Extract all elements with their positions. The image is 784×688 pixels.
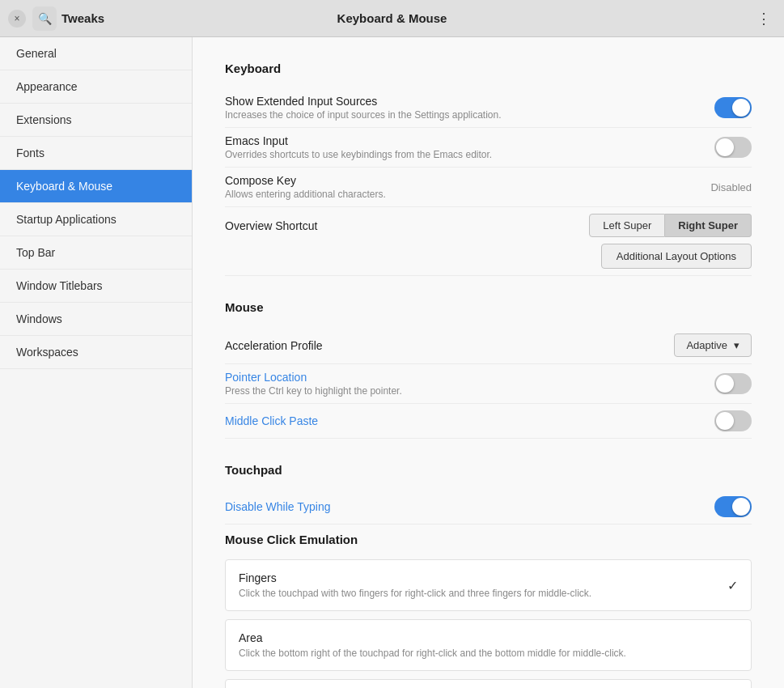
close-button[interactable]: × [8,10,26,28]
titlebar: × 🔍 Tweaks Keyboard & Mouse ⋮ [0,0,784,37]
sidebar-item-keyboard-mouse[interactable]: Keyboard & Mouse [0,170,192,203]
touchpad-section-title: Touchpad [225,463,752,477]
mouse-click-section-title: Mouse Click Emulation [225,533,752,546]
compose-key-status: Disabled [710,181,752,193]
acceleration-arrow: ▾ [734,339,740,351]
window-title: Keyboard & Mouse [337,11,447,25]
overview-shortcut-top: Overview Shortcut Left Super Right Super [225,214,752,237]
show-extended-text: Show Extended Input Sources [225,95,502,108]
disable-typing-label: Disable While Typing [225,500,330,513]
emulation-area[interactable]: Area Click the bottom right of the touch… [225,619,752,671]
fingers-title: Fingers [239,571,738,584]
middle-click-label: Middle Click Paste [225,414,318,427]
overview-shortcut-bottom: Additional Layout Options [225,244,752,269]
divider-2 [225,439,752,455]
search-button[interactable]: 🔍 [32,6,57,31]
disable-typing-knob [732,498,750,516]
emacs-input-toggle[interactable] [714,137,752,158]
sidebar-item-windows[interactable]: Windows [0,303,192,336]
compose-key-text: Compose Key [225,174,386,187]
sidebar-item-extensions[interactable]: Extensions [0,104,192,137]
acceleration-label: Acceleration Profile [225,339,323,352]
mouse-section-title: Mouse [225,300,752,314]
disable-typing-toggle[interactable] [714,496,752,517]
pointer-location-row: Pointer Location Press the Ctrl key to h… [225,364,752,404]
show-extended-label: Show Extended Input Sources Increases th… [225,95,502,121]
compose-key-label: Compose Key Allows entering additional c… [225,174,386,200]
compose-key-row: Compose Key Allows entering additional c… [225,168,752,207]
overview-shortcut-label: Overview Shortcut [225,219,317,232]
keyboard-section-title: Keyboard [225,62,752,75]
middle-click-row: Middle Click Paste [225,404,752,439]
sidebar-item-workspaces[interactable]: Workspaces [0,336,192,369]
disable-typing-row: Disable While Typing [225,490,752,524]
fingers-check: ✓ [727,578,738,593]
pointer-location-knob [716,375,734,393]
emacs-input-sub: Overrides shortcuts to use keybindings f… [225,149,492,160]
content-area: Keyboard Show Extended Input Sources Inc… [193,37,784,688]
divider-1 [225,276,752,292]
show-extended-knob [732,99,750,117]
middle-click-toggle[interactable] [714,410,752,431]
sidebar-item-top-bar[interactable]: Top Bar [0,236,192,270]
emulation-disabled[interactable]: Disabled Don't use mouse click emulation… [225,679,752,688]
right-super-button[interactable]: Right Super [665,214,752,237]
area-sub: Click the bottom right of the touchpad f… [239,648,738,659]
fingers-sub: Click the touchpad with two fingers for … [239,588,738,599]
search-icon: 🔍 [38,12,52,25]
emacs-input-row: Emacs Input Overrides shortcuts to use k… [225,128,752,168]
sidebar-item-fonts[interactable]: Fonts [0,137,192,170]
additional-layout-button[interactable]: Additional Layout Options [601,244,752,269]
menu-button[interactable]: ⋮ [752,6,776,31]
show-extended-row: Show Extended Input Sources Increases th… [225,88,752,128]
pointer-location-toggle[interactable] [714,373,752,394]
app-name: Tweaks [61,11,104,25]
compose-key-sub: Allows entering additional characters. [225,189,386,200]
middle-click-knob [716,412,734,430]
sidebar: General Appearance Extensions Fonts Keyb… [0,37,193,688]
show-extended-toggle[interactable] [714,97,752,118]
acceleration-dropdown[interactable]: Adaptive ▾ [674,333,752,357]
area-title: Area [239,631,738,644]
show-extended-sub: Increases the choice of input sources in… [225,109,502,121]
left-super-button[interactable]: Left Super [589,214,665,237]
emacs-input-knob [716,138,734,156]
pointer-location-label: Pointer Location Press the Ctrl key to h… [225,371,402,397]
menu-icon: ⋮ [756,10,771,28]
sidebar-item-general[interactable]: General [0,37,192,70]
sidebar-item-window-titlebars[interactable]: Window Titlebars [0,270,192,303]
overview-shortcut-row: Overview Shortcut Left Super Right Super… [225,207,752,276]
pointer-location-text: Pointer Location [225,371,402,384]
acceleration-row: Acceleration Profile Adaptive ▾ [225,327,752,364]
acceleration-value: Adaptive [686,339,727,351]
emulation-fingers[interactable]: Fingers Click the touchpad with two fing… [225,559,752,611]
emacs-input-text: Emacs Input [225,134,492,147]
emacs-input-label: Emacs Input Overrides shortcuts to use k… [225,134,492,160]
super-key-group: Left Super Right Super [589,214,752,237]
pointer-location-sub: Press the Ctrl key to highlight the poin… [225,385,402,397]
sidebar-item-appearance[interactable]: Appearance [0,70,192,104]
close-icon: × [14,13,19,24]
sidebar-item-startup-applications[interactable]: Startup Applications [0,203,192,236]
main-layout: General Appearance Extensions Fonts Keyb… [0,37,784,688]
